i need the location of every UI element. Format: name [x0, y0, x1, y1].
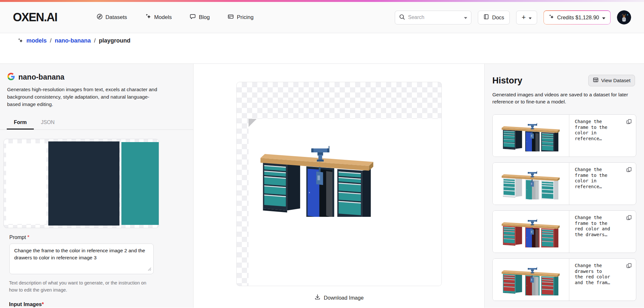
- add-button[interactable]: +: [516, 11, 537, 24]
- nav-link-datasets[interactable]: Datasets: [97, 14, 127, 21]
- playground-viewer: Download Image: [194, 64, 484, 308]
- input-image-1[interactable]: [6, 143, 46, 224]
- search-input[interactable]: [408, 14, 461, 20]
- history-item[interactable]: Change the drawers to the red color and …: [492, 258, 636, 301]
- book-icon: [483, 14, 489, 21]
- search-box[interactable]: [395, 11, 471, 24]
- required-asterisk: *: [27, 235, 29, 240]
- breadcrumb-separator: /: [94, 37, 96, 44]
- generated-image-container: [236, 82, 442, 286]
- history-prompt: Change the frame to the color in referen…: [575, 167, 610, 189]
- chat-bubble-icon: [190, 14, 196, 21]
- history-list: Change the frame to the color in referen…: [492, 114, 636, 301]
- prompt-textarea[interactable]: Change the frame to the color in referen…: [9, 244, 154, 274]
- sparkles-icon: [145, 14, 151, 21]
- history-prompt: Change the drawers to the red color and …: [575, 263, 610, 285]
- copy-icon-button[interactable]: [625, 262, 633, 270]
- input-images-preview: [4, 139, 159, 228]
- breadcrumb-sparkle-icon: [18, 37, 23, 45]
- history-title: History: [492, 76, 522, 86]
- input-image-3[interactable]: [121, 142, 159, 225]
- credits-button[interactable]: Credits $1,128.90: [544, 10, 611, 24]
- history-thumbnail: [493, 211, 569, 253]
- docs-button[interactable]: Docs: [478, 11, 510, 24]
- navbar: OXEN.AI Datasets Models Blog Pricing Doc…: [0, 2, 644, 33]
- download-icon: [314, 294, 321, 302]
- oxen-logo[interactable]: OXEN.AI: [13, 11, 57, 24]
- page-fold-corner: [249, 119, 257, 127]
- required-asterisk: *: [42, 301, 44, 307]
- input-images-label: Input Images*: [9, 301, 193, 307]
- breadcrumb-link-nano-banana[interactable]: nano-banana: [55, 37, 91, 44]
- history-item[interactable]: Change the frame to the color in referen…: [492, 114, 636, 157]
- tab-json[interactable]: JSON: [34, 115, 62, 130]
- plus-icon: +: [522, 14, 526, 21]
- download-label: Download Image: [324, 295, 364, 301]
- compass-icon: [97, 14, 103, 21]
- docs-label: Docs: [492, 14, 504, 21]
- copy-icon: [626, 215, 632, 221]
- history-description: Generated images and videos are saved to…: [492, 91, 636, 105]
- chevron-down-icon: [464, 14, 467, 20]
- credits-label: Credits $1,128.90: [557, 14, 599, 21]
- credit-card-icon: [228, 14, 234, 21]
- copy-icon: [626, 119, 632, 125]
- view-dataset-button[interactable]: View Dataset: [588, 75, 635, 86]
- view-dataset-label: View Dataset: [601, 78, 630, 83]
- nav-link-models[interactable]: Models: [145, 14, 172, 21]
- history-panel: History View Dataset Generated images an…: [484, 64, 644, 308]
- prompt-label: Prompt *: [9, 235, 193, 240]
- generated-image: [260, 139, 375, 217]
- input-image-2[interactable]: [48, 141, 119, 226]
- model-description: Generates high-resolution images from te…: [7, 86, 159, 108]
- model-form-panel: nano-banana Generates high-resolution im…: [0, 64, 194, 308]
- copy-icon: [626, 167, 632, 173]
- history-prompt: Change the frame to the color in referen…: [575, 119, 610, 141]
- resize-handle-icon[interactable]: [148, 266, 151, 272]
- tab-form[interactable]: Form: [7, 115, 34, 130]
- google-logo: [7, 73, 15, 82]
- nav-link-label: Datasets: [106, 14, 127, 21]
- breadcrumb: models / nano-banana / playground: [0, 33, 644, 64]
- navbar-right: Docs + Credits $1,128.90: [395, 10, 631, 24]
- chevron-down-icon: [602, 14, 605, 21]
- model-title: nano-banana: [18, 73, 64, 82]
- nav-link-label: Blog: [199, 14, 210, 21]
- history-prompt: Change the frame to the red color and th…: [575, 215, 610, 237]
- chevron-down-icon: [529, 14, 532, 21]
- form-json-tabs: Form JSON: [0, 115, 193, 130]
- nav-link-label: Pricing: [237, 14, 253, 21]
- copy-icon-button[interactable]: [625, 118, 633, 126]
- history-item[interactable]: Change the frame to the color in referen…: [492, 162, 636, 205]
- copy-icon: [626, 263, 632, 269]
- user-avatar[interactable]: [617, 10, 631, 24]
- table-icon: [593, 77, 599, 84]
- breadcrumb-link-models[interactable]: models: [26, 37, 47, 44]
- copy-icon-button[interactable]: [625, 166, 633, 174]
- breadcrumb-current-playground: playground: [99, 37, 130, 44]
- nav-link-pricing[interactable]: Pricing: [228, 14, 253, 21]
- history-thumbnail: [493, 163, 569, 205]
- prompt-help-text: Text description of what you want to gen…: [9, 279, 153, 294]
- history-thumbnail: [493, 259, 569, 301]
- nav-link-blog[interactable]: Blog: [190, 14, 210, 21]
- breadcrumb-separator: /: [50, 37, 52, 44]
- nav-link-label: Models: [154, 14, 172, 21]
- history-item[interactable]: Change the frame to the red color and th…: [492, 210, 636, 253]
- history-thumbnail: [493, 115, 569, 157]
- download-image-button[interactable]: Download Image: [194, 294, 484, 302]
- search-icon: [399, 14, 405, 21]
- sparkle-icon: [549, 14, 554, 21]
- copy-icon-button[interactable]: [625, 214, 633, 222]
- nav-links: Datasets Models Blog Pricing: [97, 14, 254, 21]
